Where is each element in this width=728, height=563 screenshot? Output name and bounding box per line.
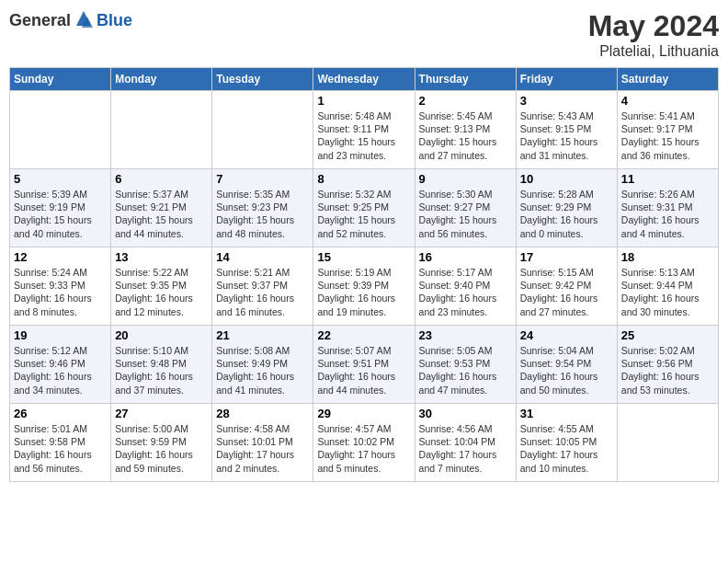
day-info: Sunrise: 5:28 AM Sunset: 9:29 PM Dayligh… (520, 188, 613, 240)
weekday-header-monday: Monday (111, 68, 212, 91)
calendar-table: SundayMondayTuesdayWednesdayThursdayFrid… (9, 67, 719, 482)
day-number: 10 (520, 172, 613, 186)
calendar-cell: 18Sunrise: 5:13 AM Sunset: 9:44 PM Dayli… (617, 247, 718, 326)
day-number: 7 (216, 172, 309, 186)
calendar-cell: 24Sunrise: 5:04 AM Sunset: 9:54 PM Dayli… (516, 326, 617, 404)
calendar-cell: 23Sunrise: 5:05 AM Sunset: 9:53 PM Dayli… (415, 326, 516, 404)
day-number: 19 (14, 328, 107, 342)
day-number: 2 (419, 94, 512, 108)
day-info: Sunrise: 5:12 AM Sunset: 9:46 PM Dayligh… (14, 344, 107, 396)
calendar-cell: 16Sunrise: 5:17 AM Sunset: 9:40 PM Dayli… (415, 247, 516, 326)
day-number: 3 (520, 94, 613, 108)
calendar-cell (617, 404, 718, 482)
day-info: Sunrise: 5:26 AM Sunset: 9:31 PM Dayligh… (621, 188, 714, 240)
calendar-cell: 17Sunrise: 5:15 AM Sunset: 9:42 PM Dayli… (516, 247, 617, 326)
header: General Blue May 2024 Plateliai, Lithuan… (9, 9, 719, 60)
calendar-cell: 31Sunrise: 4:55 AM Sunset: 10:05 PM Dayl… (516, 404, 617, 482)
calendar-cell (111, 91, 212, 169)
calendar-cell: 26Sunrise: 5:01 AM Sunset: 9:58 PM Dayli… (10, 404, 111, 482)
calendar-cell: 4Sunrise: 5:41 AM Sunset: 9:17 PM Daylig… (617, 91, 718, 169)
calendar-cell: 14Sunrise: 5:21 AM Sunset: 9:37 PM Dayli… (212, 247, 313, 326)
day-info: Sunrise: 4:56 AM Sunset: 10:04 PM Daylig… (419, 422, 512, 475)
day-info: Sunrise: 5:41 AM Sunset: 9:17 PM Dayligh… (621, 109, 714, 162)
weekday-header-thursday: Thursday (415, 68, 516, 91)
day-number: 29 (317, 407, 410, 420)
month-title: May 2024 (588, 9, 719, 43)
calendar-cell: 28Sunrise: 4:58 AM Sunset: 10:01 PM Dayl… (212, 404, 313, 482)
day-number: 23 (419, 328, 512, 342)
week-row: 12Sunrise: 5:24 AM Sunset: 9:33 PM Dayli… (10, 247, 719, 326)
day-info: Sunrise: 5:43 AM Sunset: 9:15 PM Dayligh… (520, 109, 613, 162)
calendar-cell: 27Sunrise: 5:00 AM Sunset: 9:59 PM Dayli… (111, 404, 212, 482)
weekday-header-saturday: Saturday (617, 68, 718, 91)
day-number: 20 (115, 328, 208, 342)
day-number: 6 (115, 172, 208, 186)
calendar-cell (10, 91, 111, 169)
day-number: 17 (520, 250, 613, 264)
day-info: Sunrise: 5:22 AM Sunset: 9:35 PM Dayligh… (115, 266, 208, 318)
day-number: 28 (216, 407, 309, 420)
day-number: 9 (419, 172, 512, 186)
day-info: Sunrise: 5:30 AM Sunset: 9:27 PM Dayligh… (419, 188, 512, 240)
calendar-cell: 11Sunrise: 5:26 AM Sunset: 9:31 PM Dayli… (617, 169, 718, 247)
day-info: Sunrise: 5:02 AM Sunset: 9:56 PM Dayligh… (621, 344, 714, 396)
title-area: May 2024 Plateliai, Lithuania (588, 9, 719, 60)
day-number: 27 (115, 407, 208, 420)
day-info: Sunrise: 5:21 AM Sunset: 9:37 PM Dayligh… (216, 266, 309, 318)
day-info: Sunrise: 5:00 AM Sunset: 9:59 PM Dayligh… (115, 422, 208, 475)
day-info: Sunrise: 5:15 AM Sunset: 9:42 PM Dayligh… (520, 266, 613, 318)
day-number: 16 (419, 250, 512, 264)
calendar-cell: 21Sunrise: 5:08 AM Sunset: 9:49 PM Dayli… (212, 326, 313, 404)
calendar-body: 1Sunrise: 5:48 AM Sunset: 9:11 PM Daylig… (10, 91, 719, 482)
day-info: Sunrise: 5:37 AM Sunset: 9:21 PM Dayligh… (115, 188, 208, 240)
calendar-cell: 22Sunrise: 5:07 AM Sunset: 9:51 PM Dayli… (313, 326, 415, 404)
day-info: Sunrise: 5:39 AM Sunset: 9:19 PM Dayligh… (14, 188, 107, 240)
day-info: Sunrise: 5:08 AM Sunset: 9:49 PM Dayligh… (216, 344, 309, 396)
day-info: Sunrise: 5:07 AM Sunset: 9:51 PM Dayligh… (317, 344, 410, 396)
logo: General Blue (9, 9, 132, 31)
day-info: Sunrise: 5:19 AM Sunset: 9:39 PM Dayligh… (317, 266, 410, 318)
calendar-cell: 29Sunrise: 4:57 AM Sunset: 10:02 PM Dayl… (313, 404, 415, 482)
day-info: Sunrise: 5:45 AM Sunset: 9:13 PM Dayligh… (419, 109, 512, 162)
day-info: Sunrise: 5:17 AM Sunset: 9:40 PM Dayligh… (419, 266, 512, 318)
day-info: Sunrise: 4:58 AM Sunset: 10:01 PM Daylig… (216, 422, 309, 475)
day-info: Sunrise: 4:57 AM Sunset: 10:02 PM Daylig… (317, 422, 410, 475)
day-number: 14 (216, 250, 309, 264)
weekday-header-sunday: Sunday (10, 68, 111, 91)
calendar-cell: 2Sunrise: 5:45 AM Sunset: 9:13 PM Daylig… (415, 91, 516, 169)
calendar-cell: 5Sunrise: 5:39 AM Sunset: 9:19 PM Daylig… (10, 169, 111, 247)
calendar-cell: 19Sunrise: 5:12 AM Sunset: 9:46 PM Dayli… (10, 326, 111, 404)
day-info: Sunrise: 5:32 AM Sunset: 9:25 PM Dayligh… (317, 188, 410, 240)
calendar-cell (212, 91, 313, 169)
calendar-cell: 20Sunrise: 5:10 AM Sunset: 9:48 PM Dayli… (111, 326, 212, 404)
week-row: 5Sunrise: 5:39 AM Sunset: 9:19 PM Daylig… (10, 169, 719, 247)
day-info: Sunrise: 5:10 AM Sunset: 9:48 PM Dayligh… (115, 344, 208, 396)
calendar-cell: 12Sunrise: 5:24 AM Sunset: 9:33 PM Dayli… (10, 247, 111, 326)
week-row: 26Sunrise: 5:01 AM Sunset: 9:58 PM Dayli… (10, 404, 719, 482)
day-number: 26 (14, 407, 107, 420)
day-number: 13 (115, 250, 208, 264)
day-info: Sunrise: 5:48 AM Sunset: 9:11 PM Dayligh… (317, 109, 410, 162)
weekday-header-wednesday: Wednesday (313, 68, 415, 91)
calendar-cell: 10Sunrise: 5:28 AM Sunset: 9:29 PM Dayli… (516, 169, 617, 247)
logo-icon (73, 9, 95, 31)
logo-blue-text: Blue (97, 11, 132, 30)
calendar-cell: 7Sunrise: 5:35 AM Sunset: 9:23 PM Daylig… (212, 169, 313, 247)
day-info: Sunrise: 5:05 AM Sunset: 9:53 PM Dayligh… (419, 344, 512, 396)
day-info: Sunrise: 5:35 AM Sunset: 9:23 PM Dayligh… (216, 188, 309, 240)
day-number: 8 (317, 172, 410, 186)
day-number: 25 (621, 328, 714, 342)
calendar-cell: 6Sunrise: 5:37 AM Sunset: 9:21 PM Daylig… (111, 169, 212, 247)
week-row: 19Sunrise: 5:12 AM Sunset: 9:46 PM Dayli… (10, 326, 719, 404)
calendar-cell: 25Sunrise: 5:02 AM Sunset: 9:56 PM Dayli… (617, 326, 718, 404)
weekday-header-tuesday: Tuesday (212, 68, 313, 91)
day-info: Sunrise: 5:01 AM Sunset: 9:58 PM Dayligh… (14, 422, 107, 475)
logo-general-text: General (9, 11, 71, 30)
day-number: 15 (317, 250, 410, 264)
calendar-cell: 8Sunrise: 5:32 AM Sunset: 9:25 PM Daylig… (313, 169, 415, 247)
day-number: 31 (520, 407, 613, 420)
weekday-header-friday: Friday (516, 68, 617, 91)
day-number: 24 (520, 328, 613, 342)
calendar-header: SundayMondayTuesdayWednesdayThursdayFrid… (10, 68, 719, 91)
day-info: Sunrise: 5:13 AM Sunset: 9:44 PM Dayligh… (621, 266, 714, 318)
